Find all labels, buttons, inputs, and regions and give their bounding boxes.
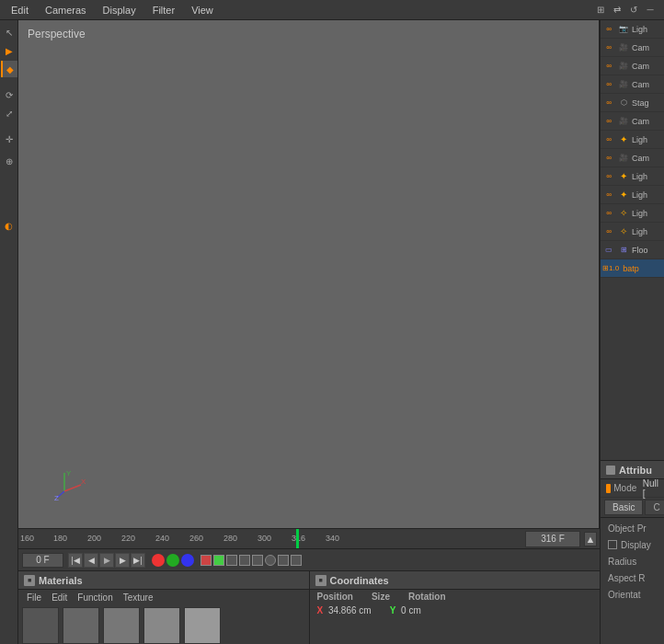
prev-btn[interactable]: ◀ <box>84 553 98 568</box>
sq-btn-8[interactable] <box>291 555 302 566</box>
material-thumb-3[interactable] <box>103 607 140 644</box>
menu-filter[interactable]: Filter <box>145 3 182 17</box>
materials-menu-edit[interactable]: Edit <box>47 592 72 604</box>
mode-row: Mode Null [ <box>601 479 664 498</box>
y-label: Y <box>390 605 396 615</box>
sq-btn-5[interactable] <box>252 555 263 566</box>
position-header: Position <box>317 592 353 602</box>
extra-btns <box>200 555 302 566</box>
tick-160: 160 <box>20 534 34 543</box>
list-item-6[interactable]: ∞ ✦ Ligh <box>601 131 664 149</box>
material-thumb-2[interactable] <box>63 607 99 644</box>
list-item-10[interactable]: ∞ ✧ Ligh <box>601 204 664 223</box>
loop-icon-1: ∞ <box>602 41 615 54</box>
tick-340: 340 <box>326 534 339 543</box>
list-item-5[interactable]: ∞ 🎥 Cam <box>601 112 664 131</box>
timeline-frame-display[interactable]: 316 F <box>525 531 580 547</box>
tool-rotate[interactable]: ⟳ <box>1 86 17 103</box>
list-item-11[interactable]: ∞ ✧ Ligh <box>601 223 664 241</box>
tab-c[interactable]: C <box>645 500 664 515</box>
materials-menu-function[interactable]: Function <box>73 592 117 604</box>
play-btn[interactable]: ▶ <box>99 553 114 568</box>
tool-orange3[interactable]: ◐ <box>1 217 17 234</box>
mode-value: Null [ <box>643 478 658 499</box>
record-blue-btn[interactable] <box>181 554 194 567</box>
list-item-2[interactable]: ∞ 🎥 Cam <box>601 57 664 75</box>
loop-icon-5: ∞ <box>602 115 615 128</box>
sq-btn-1[interactable] <box>200 555 212 566</box>
link-icon[interactable]: ⇄ <box>611 4 624 17</box>
item-label-9: Ligh <box>632 190 647 200</box>
menu-view[interactable]: View <box>184 3 221 17</box>
viewport[interactable]: Perspective Y X Z <box>18 20 600 528</box>
sq-btn-6[interactable] <box>265 555 276 566</box>
tick-200: 200 <box>87 534 101 543</box>
item-label-1: Cam <box>632 43 649 52</box>
list-item-3[interactable]: ∞ 🎥 Cam <box>601 75 664 94</box>
sq-btn-7[interactable] <box>278 555 289 566</box>
sq-btn-3[interactable] <box>226 555 237 566</box>
menu-display[interactable]: Display <box>96 3 143 17</box>
viewport-label: Perspective <box>28 28 86 40</box>
materials-thumbnails <box>18 605 309 644</box>
material-thumb-1[interactable] <box>22 607 59 644</box>
stage-icon-4: ⬡ <box>617 97 630 109</box>
light-star-icon-10: ✧ <box>617 207 630 220</box>
obj-props-title: Object Pr <box>608 523 647 534</box>
tool-scale[interactable]: ⤢ <box>1 105 17 121</box>
tool-move[interactable]: ✛ <box>1 131 17 147</box>
materials-menu-texture[interactable]: Texture <box>119 592 158 604</box>
display-prop-row: Display <box>606 536 658 553</box>
list-item-9[interactable]: ∞ ✦ Ligh <box>601 186 664 204</box>
light-star-icon-11: ✧ <box>617 225 630 238</box>
prev-first-btn[interactable]: |◀ <box>68 553 83 568</box>
coords-panel-title: Coordinates <box>330 575 389 586</box>
list-item-0[interactable]: ∞ 📷 Ligh <box>601 20 664 39</box>
coords-panel-icon: ■ <box>315 575 326 586</box>
menu-cameras[interactable]: Cameras <box>38 3 94 17</box>
start-frame-input[interactable] <box>22 553 63 568</box>
coords-headers-row: Position Size Rotation <box>310 590 601 604</box>
display-checkbox[interactable] <box>608 540 617 549</box>
timeline-ticks: 160 180 200 220 240 260 280 300 316 340 <box>18 529 525 548</box>
record-green-btn[interactable] <box>166 554 179 567</box>
item-label-5: Cam <box>632 117 649 126</box>
next-btn[interactable]: ▶ <box>115 553 130 568</box>
playback-bar: |◀ ◀ ▶ ▶ ▶| <box>18 548 600 570</box>
timeline-bar[interactable]: 160 180 200 220 240 260 280 300 316 340 … <box>18 528 600 548</box>
record-red-btn[interactable] <box>152 554 165 567</box>
orient-label: Orientat <box>608 590 641 600</box>
tick-280: 280 <box>223 534 237 543</box>
menu-edit[interactable]: Edit <box>4 3 36 17</box>
attrs-header-icon <box>606 466 615 475</box>
tool-something[interactable]: ⊕ <box>1 153 17 169</box>
grid-icon[interactable]: ⊞ <box>594 4 607 17</box>
loop-icon-2: ∞ <box>602 60 615 73</box>
camera-icon-1: 🎥 <box>617 41 630 54</box>
list-item-8[interactable]: ∞ ✦ Ligh <box>601 167 664 186</box>
minimize-icon[interactable]: ─ <box>644 4 657 17</box>
material-thumb-5[interactable] <box>184 607 221 644</box>
list-item-1[interactable]: ∞ 🎥 Cam <box>601 39 664 57</box>
list-item-4[interactable]: ∞ ⬡ Stag <box>601 94 664 112</box>
next-last-btn[interactable]: ▶| <box>131 553 145 568</box>
material-thumb-4[interactable] <box>143 607 180 644</box>
refresh-icon[interactable]: ↺ <box>627 4 640 17</box>
list-item-13[interactable]: ⊞1.0 batp <box>601 259 664 278</box>
sq-btn-4[interactable] <box>239 555 250 566</box>
materials-menu-file[interactable]: File <box>22 592 46 604</box>
tool-select[interactable]: ↖ <box>1 24 17 40</box>
tool-arrow[interactable]: ▶ <box>1 42 17 59</box>
mode-label: Mode <box>613 483 643 493</box>
light-icon-9: ✦ <box>617 189 630 201</box>
light-icon-8: ✦ <box>617 170 630 183</box>
loop-icon-4: ∞ <box>602 97 615 109</box>
loop-icon-6: ∞ <box>602 133 615 146</box>
sq-btn-2[interactable] <box>213 555 224 566</box>
tab-basic[interactable]: Basic <box>604 500 643 515</box>
list-item-7[interactable]: ∞ 🎥 Cam <box>601 149 664 167</box>
list-item-12[interactable]: ▭ ⊞ Floo <box>601 241 664 259</box>
timeline-frame-up[interactable]: ▲ <box>584 532 597 546</box>
tool-orange2[interactable]: ◆ <box>1 61 17 77</box>
loop-icon-10: ∞ <box>602 207 615 220</box>
